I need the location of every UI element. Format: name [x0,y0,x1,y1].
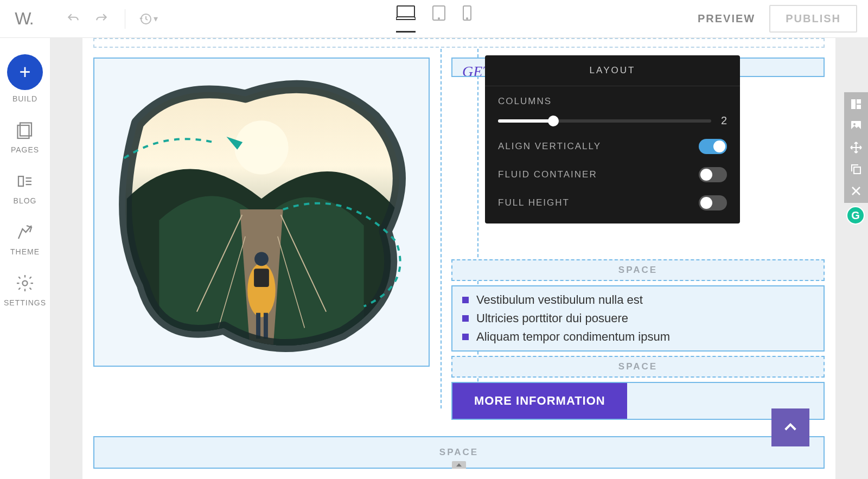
image-icon[interactable] [850,119,863,132]
svg-point-9 [234,120,288,174]
columns-slider[interactable] [498,119,711,123]
sidebar-label: BUILD [12,94,37,103]
svg-rect-24 [857,105,861,109]
sidebar-label: THEME [10,247,40,256]
spacer-element[interactable]: SPACE [451,259,825,281]
top-toolbar: W. ▾ PREVIEW PUBLISH [0,0,868,38]
space-label: SPACE [439,447,478,458]
sidebar-label: BLOG [14,196,37,205]
sidebar-build[interactable]: + BUILD [7,54,43,103]
list-item: Ultricies porttitor dui posuere [462,309,814,328]
svg-rect-27 [854,167,860,174]
columns-label: COLUMNS [498,96,727,107]
svg-rect-22 [851,99,856,109]
svg-rect-18 [264,313,268,339]
bullet-icon [462,334,469,340]
sidebar-settings[interactable]: SETTINGS [4,272,46,307]
device-tablet-icon[interactable] [432,5,446,33]
logo[interactable]: W. [11,6,37,32]
svg-rect-0 [397,6,414,17]
sidebar-pages[interactable]: PAGES [11,119,39,154]
more-info-button[interactable]: MORE INFORMATION [452,383,627,419]
sidebar-label: SETTINGS [4,298,46,307]
fluid-container-label: FLUID CONTAINER [498,169,597,180]
button-element[interactable]: MORE INFORMATION [451,382,825,420]
bullet-icon [462,297,469,303]
sidebar-label: PAGES [11,145,39,154]
section-outline[interactable] [93,38,825,48]
pages-icon [14,119,36,141]
layout-popover: LAYOUT COLUMNS 2 ALIGN VERTICALLY FLUID … [485,55,740,223]
gear-icon [14,272,36,294]
plus-icon: + [7,54,43,90]
element-mini-toolbar [844,92,868,203]
bullet-icon [462,315,469,322]
undo-icon[interactable] [64,10,82,28]
theme-icon [14,221,36,243]
svg-point-16 [254,252,269,266]
align-vertically-label: ALIGN VERTICALLY [498,141,601,152]
device-mobile-icon[interactable] [462,5,472,33]
resize-handle-icon[interactable] [452,461,466,469]
divider [125,9,125,29]
space-label: SPACE [462,361,814,372]
svg-point-7 [22,281,27,286]
svg-rect-15 [254,269,269,287]
space-label: SPACE [462,265,814,276]
device-desktop-icon[interactable] [396,5,416,33]
left-sidebar: + BUILD PAGES BLOG THEME SETTINGS [0,38,50,479]
canvas-area: GET TO KNOW ME SPACE Vestibulum vestibul… [50,38,868,479]
move-icon[interactable] [850,141,863,154]
grammarly-icon[interactable]: G [846,206,865,225]
close-icon[interactable] [850,184,863,197]
full-height-toggle[interactable] [699,195,727,210]
device-switcher [396,5,472,33]
slider-thumb[interactable] [548,116,559,126]
copy-icon[interactable] [850,163,863,176]
align-vertically-toggle[interactable] [699,139,727,154]
fluid-container-toggle[interactable] [699,167,727,182]
sidebar-theme[interactable]: THEME [10,221,40,256]
popover-title: LAYOUT [485,55,740,86]
list-item: Vestibulum vestibulum nulla est [462,291,814,309]
full-height-label: FULL HEIGHT [498,197,570,208]
spacer-element[interactable]: SPACE [451,356,825,378]
svg-point-26 [853,123,856,125]
redo-icon[interactable] [92,10,111,28]
hero-image-element[interactable] [93,58,430,367]
list-item: Aliquam tempor condimentum ipsum [462,328,814,346]
blog-icon [14,170,36,192]
layout-icon[interactable] [850,98,863,111]
scroll-to-top-button[interactable] [771,408,809,446]
svg-point-2 [438,18,439,19]
columns-value: 2 [721,114,727,127]
list-element[interactable]: Vestibulum vestibulum nulla est Ultricie… [451,285,825,352]
preview-button[interactable]: PREVIEW [698,12,755,25]
svg-rect-23 [857,99,861,104]
history-icon[interactable]: ▾ [139,10,158,28]
svg-point-4 [467,18,468,19]
sidebar-blog[interactable]: BLOG [14,170,37,205]
svg-rect-17 [256,313,260,339]
publish-button[interactable]: PUBLISH [769,5,857,33]
spacer-element-full[interactable]: SPACE [93,436,825,469]
